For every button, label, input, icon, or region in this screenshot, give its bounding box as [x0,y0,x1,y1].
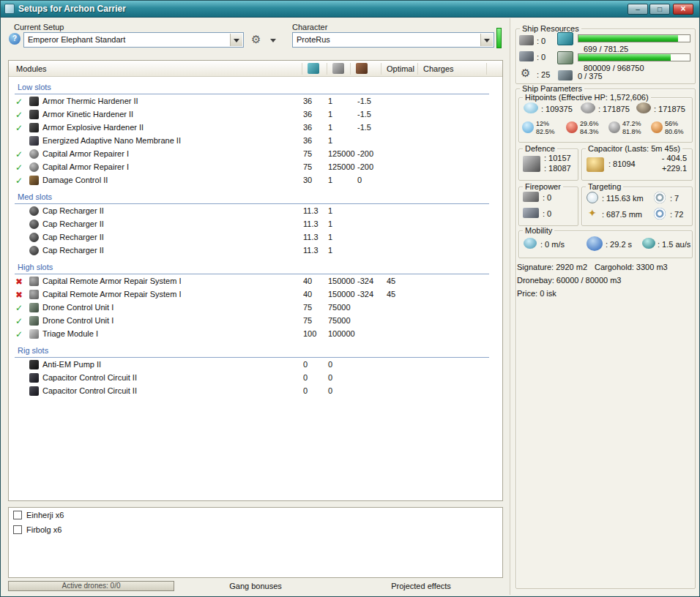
modules-table-header[interactable]: Modules Optimal Charges [9,61,502,77]
module-row[interactable]: ✓Armor Explosive Hardener II361-1.5 [9,121,502,134]
armor-hardener-icon [29,123,39,132]
title-bar[interactable]: Setups for Archon Carrier [1,1,699,18]
drone-checkbox[interactable] [13,525,22,534]
capacitor-recharge: +229.1 [662,164,687,173]
optimal-column-header: Optimal [387,64,414,73]
drone-label: Einherji x6 [26,511,64,519]
powergrid-icon [557,51,573,64]
projected-effects-toggle[interactable]: Projected effects [373,582,469,590]
module-cpu-value: 40 [303,290,312,298]
status-ok-icon: ✓ [15,329,23,339]
column-separator [417,63,418,75]
modules-list: Low slots✓Armor Thermic Hardener II361-1… [9,77,502,500]
setup-tools-button[interactable] [248,32,279,48]
armor-repairer-icon [29,162,39,172]
module-cpu-value: 0 [303,360,308,369]
module-row[interactable]: ✓Drone Control Unit I7575000 [9,314,502,327]
module-name: Triage Module I [42,329,98,338]
scan-resolution-icon [587,208,598,219]
module-row[interactable]: Cap Recharger II11.31 [9,230,502,244]
status-ok-icon: ✓ [15,97,23,107]
calibration-icon [520,69,532,80]
module-cpu-value: 0 [303,373,308,382]
chevron-down-icon[interactable] [230,34,242,46]
gang-bonuses-toggle[interactable]: Gang bonuses [212,582,299,590]
drone-label: Firbolg x6 [26,525,62,534]
module-powergrid-value: 75000 [328,303,351,312]
module-cap-value: -324 [357,277,373,285]
module-section-header: Low slots [15,80,489,94]
module-row[interactable]: ✓Capital Armor Repairer I75125000-200 [9,160,502,173]
character-label: Character [292,23,327,31]
module-cpu-value: 36 [303,110,312,119]
align-time-icon [587,236,603,251]
help-icon[interactable] [9,33,21,45]
module-cpu-value: 0 [303,386,308,395]
armor-repairer-icon [29,149,39,159]
capacitor-title: Capacitor (Lasts: 5m 45s) [586,144,682,153]
module-row[interactable]: ✓Armor Thermic Hardener II361-1.5 [9,94,502,108]
module-powergrid-value: 0 [328,386,332,395]
status-error-icon: ✖ [15,277,23,287]
module-powergrid-value: 1 [328,176,332,184]
module-row[interactable]: Anti-EM Pump II00 [9,358,502,371]
module-powergrid-value: 75000 [328,316,351,325]
module-row[interactable]: Cap Recharger II11.31 [9,217,502,230]
targeting-group: Targeting : 115.63 km : 7 : 687.5 mm : 7… [581,187,693,226]
chevron-down-icon[interactable] [480,34,493,46]
module-powergrid-value: 1 [328,136,332,145]
setup-combobox[interactable]: Emperor Elephant Standart [23,32,244,48]
explosive-resist-icon [651,121,663,133]
module-name: Armor Kinetic Hardener II [42,110,133,119]
drone-checkbox[interactable] [13,511,22,519]
drone-row[interactable]: Firbolg x6 [9,525,502,537]
powergrid-column-icon [332,63,344,74]
drone-bandwidth-icon [558,70,573,80]
window-title: Setups for Archon Carrier [18,4,126,14]
membrane-icon [29,136,39,146]
module-cap-value: -1.5 [357,97,371,105]
module-row[interactable]: ✓Capital Armor Repairer I75125000-200 [9,147,502,160]
stats-panel: Ship Resources : 0 : 0 : 25 699 / 781.25… [510,18,698,595]
explosive-resist-a: 56% [665,120,678,127]
armor-hardener-icon [29,97,39,106]
module-row[interactable]: Cap Recharger II11.31 [9,244,502,257]
drone-row[interactable]: Einherji x6 [9,510,502,522]
module-row[interactable]: ✖Capital Remote Armor Repair System I401… [9,288,502,301]
module-row[interactable]: ✓Damage Control II3010 [9,173,502,187]
module-row[interactable]: ✓Triage Module I100100000 [9,327,502,340]
charges-column-header: Charges [423,64,454,73]
module-cpu-value: 30 [303,176,312,184]
module-row[interactable]: ✖Capital Remote Armor Repair System I401… [9,274,502,288]
thermal-resist-a: 29.6% [580,120,599,127]
module-cap-value: -1.5 [357,110,371,119]
module-name: Cap Recharger II [42,246,104,255]
module-row[interactable]: ✓Drone Control Unit I7575000 [9,301,502,314]
status-ok-icon: ✓ [15,149,23,159]
character-combobox[interactable]: ProteRus [292,32,494,48]
firepower-group: Firepower : 0 : 0 [518,187,578,226]
shield-hp-value: : 109375 [541,105,573,113]
minimize-button[interactable] [628,4,648,15]
module-cap-value: -200 [357,149,373,158]
calibration-value: : 25 [537,70,550,79]
module-row[interactable]: Energized Adaptive Nano Membrane II361 [9,134,502,147]
maximize-button[interactable] [649,4,670,15]
cap-recharger-icon [29,233,39,242]
module-name: Capacitor Control Circuit II [42,386,137,395]
defence-title: Defence [523,144,557,153]
module-row[interactable]: Cap Recharger II11.31 [9,204,502,217]
defence-group: Defence : 10157 : 18087 [518,149,578,181]
module-powergrid-value: 1 [328,206,332,215]
status-ok-icon: ✓ [15,110,23,120]
close-button[interactable] [673,4,693,15]
damage-control-icon [29,176,39,185]
defence-icon [523,156,540,172]
status-ok-icon: ✓ [15,316,23,326]
module-row[interactable]: ✓Armor Kinetic Hardener II361-1.5 [9,108,502,121]
module-powergrid-value: 100000 [328,329,355,338]
capacitor-group: Capacitor (Lasts: 5m 45s) : 81094 - 404.… [581,149,693,181]
module-row[interactable]: Capacitor Control Circuit II00 [9,371,502,384]
module-row[interactable]: Capacitor Control Circuit II00 [9,384,502,397]
character-combobox-value: ProteRus [297,35,330,44]
